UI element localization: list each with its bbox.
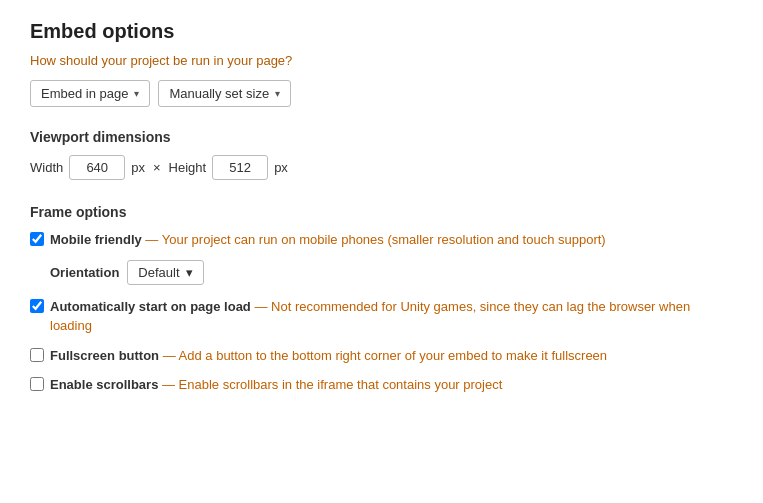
height-px-label: px: [274, 160, 288, 175]
dimensions-row: Width px × Height px: [30, 155, 733, 180]
page-title: Embed options: [30, 20, 733, 43]
mobile-friendly-checkbox[interactable]: [30, 232, 44, 246]
enable-scrollbars-strong: Enable scrollbars: [50, 377, 158, 392]
fullscreen-button-label: Fullscreen button — Add a button to the …: [50, 346, 607, 366]
fullscreen-button-strong: Fullscreen button: [50, 348, 159, 363]
enable-scrollbars-checkbox[interactable]: [30, 377, 44, 391]
orientation-label: Orientation: [50, 265, 119, 280]
fullscreen-button-checkbox[interactable]: [30, 348, 44, 362]
width-label: Width: [30, 160, 63, 175]
auto-start-strong: Automatically start on page load: [50, 299, 251, 314]
width-input[interactable]: [69, 155, 125, 180]
size-type-label: Manually set size: [169, 86, 269, 101]
frame-section-title: Frame options: [30, 204, 733, 220]
auto-start-label: Automatically start on page load — Not r…: [50, 297, 733, 336]
embed-type-dropdown[interactable]: Embed in page ▾: [30, 80, 150, 107]
height-input[interactable]: [212, 155, 268, 180]
mobile-friendly-label: Mobile friendly — Your project can run o…: [50, 230, 606, 250]
auto-start-checkbox[interactable]: [30, 299, 44, 313]
mobile-friendly-row: Mobile friendly — Your project can run o…: [30, 230, 733, 250]
height-label: Height: [169, 160, 207, 175]
orientation-value: Default: [138, 265, 179, 280]
size-type-chevron: ▾: [275, 88, 280, 99]
dimension-separator: ×: [153, 160, 161, 175]
enable-scrollbars-row: Enable scrollbars — Enable scrollbars in…: [30, 375, 733, 395]
mobile-friendly-strong: Mobile friendly: [50, 232, 142, 247]
page-subtitle: How should your project be run in your p…: [30, 53, 733, 68]
orientation-dropdown[interactable]: Default ▾: [127, 260, 203, 285]
embed-type-chevron: ▾: [134, 88, 139, 99]
embed-type-row: Embed in page ▾ Manually set size ▾: [30, 80, 733, 107]
fullscreen-button-row: Fullscreen button — Add a button to the …: [30, 346, 733, 366]
viewport-section-title: Viewport dimensions: [30, 129, 733, 145]
frame-options-section: Frame options Mobile friendly — Your pro…: [30, 204, 733, 395]
enable-scrollbars-text: — Enable scrollbars in the iframe that c…: [158, 377, 502, 392]
orientation-chevron: ▾: [186, 265, 193, 280]
fullscreen-button-text: — Add a button to the bottom right corne…: [159, 348, 607, 363]
mobile-friendly-text: — Your project can run on mobile phones …: [142, 232, 606, 247]
width-px-label: px: [131, 160, 145, 175]
size-type-dropdown[interactable]: Manually set size ▾: [158, 80, 291, 107]
auto-start-row: Automatically start on page load — Not r…: [30, 297, 733, 336]
embed-type-label: Embed in page: [41, 86, 128, 101]
orientation-row: Orientation Default ▾: [50, 260, 733, 285]
enable-scrollbars-label: Enable scrollbars — Enable scrollbars in…: [50, 375, 502, 395]
